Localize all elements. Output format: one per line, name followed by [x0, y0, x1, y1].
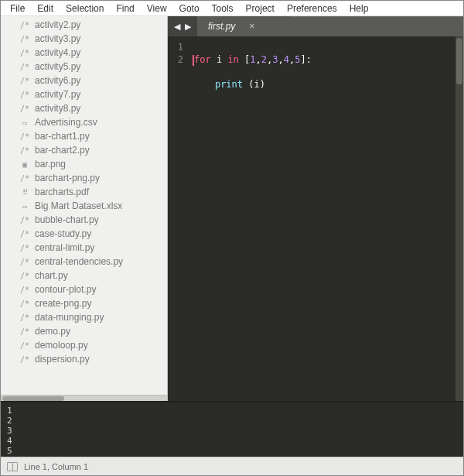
- gutter: 1 2: [168, 36, 189, 401]
- code-file-icon: /*: [19, 35, 30, 43]
- code-text[interactable]: for i in [1,2,3,4,5]: print (i): [189, 36, 463, 401]
- menu-help[interactable]: Help: [343, 2, 375, 15]
- line-number: 1: [168, 41, 183, 53]
- menu-tools[interactable]: Tools: [206, 2, 240, 15]
- code-file-icon: /*: [19, 341, 30, 350]
- file-item[interactable]: /*contour-plot.py: [19, 283, 167, 296]
- file-label: bar.png: [35, 159, 66, 170]
- file-label: activity8.py: [35, 103, 80, 114]
- console-panel[interactable]: 1 2 3 4 5 [Finished in 6.5s]: [1, 401, 463, 457]
- editor-area: ◀ ▶ first.py × 1 2 for i in [1,2,3,4,5]:…: [168, 16, 463, 401]
- file-item[interactable]: /*central-limit.py: [19, 241, 167, 255]
- panel-layout-icon[interactable]: [7, 462, 18, 471]
- sidebar-scrollbar[interactable]: [1, 395, 167, 401]
- menu-goto[interactable]: Goto: [173, 2, 206, 15]
- menu-find[interactable]: Find: [110, 2, 140, 15]
- editor-scrollbar[interactable]: [455, 36, 463, 401]
- file-label: activity3.py: [35, 33, 80, 44]
- code-file-icon: /*: [19, 146, 30, 155]
- status-bar: Line 1, Column 1: [1, 457, 463, 475]
- file-item[interactable]: ▭Advertising.csv: [19, 115, 167, 129]
- file-label: Advertising.csv: [35, 117, 97, 128]
- line-number: 2: [168, 53, 183, 66]
- file-list[interactable]: /*activity2.py/*activity3.py/*activity4.…: [1, 16, 167, 395]
- file-item[interactable]: ▣bar.png: [19, 157, 167, 171]
- tab-back-icon[interactable]: ◀: [172, 22, 182, 32]
- file-item[interactable]: /*activity2.py: [19, 18, 167, 32]
- file-item[interactable]: /*demo.py: [19, 324, 167, 338]
- file-label: central-limit.py: [35, 242, 94, 253]
- file-item[interactable]: /*activity5.py: [19, 60, 167, 74]
- file-item[interactable]: /*activity8.py: [19, 101, 167, 115]
- tab-title: first.py: [208, 21, 235, 32]
- code-file-icon: /*: [19, 216, 30, 224]
- img-file-icon: ▣: [19, 160, 30, 169]
- menu-file[interactable]: File: [4, 2, 31, 15]
- tab-active[interactable]: first.py ×: [197, 16, 290, 36]
- file-item[interactable]: /*dispersion.py: [19, 352, 167, 366]
- doc-file-icon: ▭: [19, 202, 30, 211]
- file-item[interactable]: /*barchart-png.py: [19, 171, 167, 185]
- tab-forward-icon[interactable]: ▶: [183, 22, 193, 32]
- file-item[interactable]: /*activity6.py: [19, 74, 167, 87]
- code-file-icon: /*: [19, 104, 30, 113]
- tab-bar: ◀ ▶ first.py ×: [168, 16, 463, 36]
- file-label: data-munging.py: [35, 312, 104, 323]
- code-file-icon: /*: [19, 91, 30, 99]
- menu-bar: File Edit Selection Find View Goto Tools…: [1, 1, 463, 16]
- doc-file-icon: ▭: [19, 118, 30, 127]
- file-label: barchart-png.py: [35, 173, 100, 183]
- code-file-icon: /*: [19, 327, 30, 336]
- file-label: barcharts.pdf: [35, 187, 89, 197]
- file-label: Big Mart Dataset.xlsx: [35, 200, 122, 211]
- app-window: File Edit Selection Find View Goto Tools…: [0, 0, 464, 476]
- cursor-position: Line 1, Column 1: [24, 462, 88, 471]
- file-item[interactable]: /*data-munging.py: [19, 310, 167, 324]
- menu-project[interactable]: Project: [240, 2, 281, 15]
- file-label: activity6.py: [35, 75, 80, 86]
- menu-edit[interactable]: Edit: [31, 2, 60, 15]
- file-item[interactable]: /*case-study.py: [19, 227, 167, 241]
- code-file-icon: /*: [19, 21, 30, 29]
- file-item[interactable]: /*demoloop.py: [19, 338, 167, 352]
- code-file-icon: /*: [19, 258, 30, 266]
- menu-preferences[interactable]: Preferences: [281, 2, 343, 15]
- file-label: bar-chart2.py: [35, 145, 90, 156]
- tab-bar-empty: [290, 16, 463, 36]
- file-item[interactable]: /*activity4.py: [19, 46, 167, 60]
- file-item[interactable]: /*bar-chart1.py: [19, 129, 167, 143]
- code-file-icon: /*: [19, 313, 30, 322]
- sidebar: /*activity2.py/*activity3.py/*activity4.…: [1, 16, 168, 401]
- file-item[interactable]: /*activity7.py: [19, 87, 167, 101]
- file-label: activity7.py: [35, 89, 80, 100]
- file-item[interactable]: ⠿barcharts.pdf: [19, 185, 167, 199]
- file-item[interactable]: /*create-png.py: [19, 296, 167, 310]
- tab-close-icon[interactable]: ×: [249, 21, 254, 32]
- file-label: chart.py: [35, 270, 68, 281]
- file-label: bar-chart1.py: [35, 131, 90, 142]
- file-label: dispersion.py: [35, 354, 90, 365]
- file-label: activity2.py: [35, 19, 80, 30]
- code-file-icon: /*: [19, 355, 30, 364]
- file-item[interactable]: /*chart.py: [19, 269, 167, 283]
- file-item[interactable]: /*bubble-chart.py: [19, 213, 167, 227]
- file-item[interactable]: /*bar-chart2.py: [19, 143, 167, 157]
- code-file-icon: /*: [19, 300, 30, 308]
- file-label: demoloop.py: [35, 340, 88, 351]
- tab-nav: ◀ ▶: [168, 16, 197, 36]
- file-label: demo.py: [35, 326, 70, 337]
- code-file-icon: /*: [19, 132, 30, 141]
- menu-view[interactable]: View: [141, 2, 173, 15]
- file-label: bubble-chart.py: [35, 214, 99, 225]
- code-file-icon: /*: [19, 244, 30, 252]
- file-item[interactable]: ▭Big Mart Dataset.xlsx: [19, 199, 167, 213]
- file-label: central-tendencies.py: [35, 256, 123, 267]
- file-item[interactable]: /*central-tendencies.py: [19, 255, 167, 269]
- code-file-icon: /*: [19, 77, 30, 85]
- file-item[interactable]: /*activity3.py: [19, 32, 167, 46]
- menu-selection[interactable]: Selection: [60, 2, 110, 15]
- code-file-icon: /*: [19, 174, 30, 183]
- code-file-icon: /*: [19, 49, 30, 57]
- code-area[interactable]: 1 2 for i in [1,2,3,4,5]: print (i): [168, 36, 463, 401]
- file-label: activity5.py: [35, 61, 80, 72]
